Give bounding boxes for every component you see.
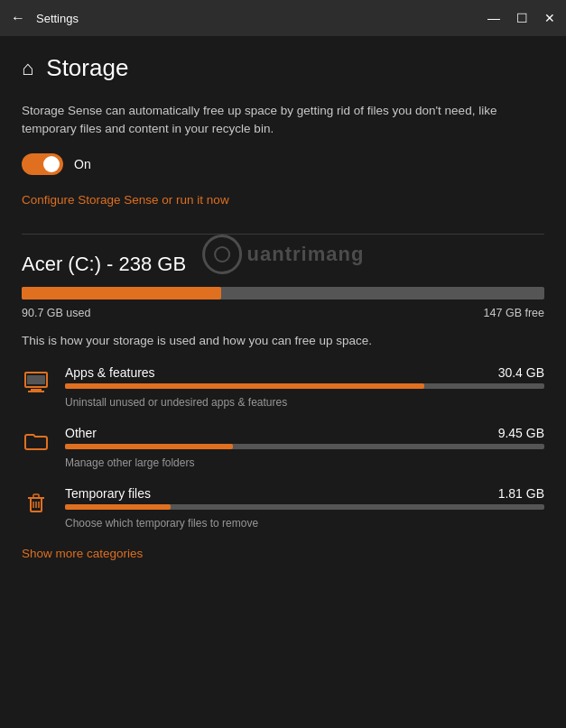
temp-bar-container xyxy=(65,504,544,510)
back-button[interactable]: ← xyxy=(11,10,25,26)
temp-description: Choose which temporary files to remove xyxy=(65,517,258,530)
apps-icon xyxy=(22,367,51,396)
storage-sense-description: Storage Sense can automatically free up … xyxy=(22,102,544,139)
storage-item-apps[interactable]: Apps & features 30.4 GB Uninstall unused… xyxy=(22,365,544,410)
storage-item-temp[interactable]: Temporary files 1.81 GB Choose which tem… xyxy=(22,486,544,530)
svg-rect-2 xyxy=(28,391,44,392)
storage-sense-toggle[interactable] xyxy=(22,153,63,175)
home-icon: ⌂ xyxy=(22,57,33,80)
temp-content: Temporary files 1.81 GB Choose which tem… xyxy=(65,486,544,530)
svg-rect-6 xyxy=(33,494,39,498)
titlebar-controls: — ☐ ✕ xyxy=(487,12,555,24)
show-more-categories-link[interactable]: Show more categories xyxy=(22,547,544,560)
temp-trash-icon xyxy=(22,488,51,517)
other-description: Manage other large folders xyxy=(65,456,194,469)
apps-name: Apps & features xyxy=(65,365,155,380)
minimize-button[interactable]: — xyxy=(487,12,500,24)
other-size: 9.45 GB xyxy=(498,426,544,440)
storage-item-other[interactable]: Other 9.45 GB Manage other large folders xyxy=(22,426,544,470)
storage-sense-toggle-row: On xyxy=(22,153,544,175)
other-name: Other xyxy=(65,426,97,440)
storage-stats: 90.7 GB used 147 GB free xyxy=(22,307,544,319)
temp-header: Temporary files 1.81 GB xyxy=(65,486,544,501)
storage-items-list: Apps & features 30.4 GB Uninstall unused… xyxy=(22,365,544,530)
main-content: ⌂ Storage Storage Sense can automaticall… xyxy=(0,36,566,728)
svg-rect-3 xyxy=(27,375,45,384)
apps-bar-container xyxy=(65,383,544,389)
section-divider-1 xyxy=(22,234,544,235)
apps-size: 30.4 GB xyxy=(498,365,544,380)
storage-bar-container xyxy=(22,287,544,299)
toggle-track xyxy=(22,153,63,175)
storage-info-text: This is how your storage is used and how… xyxy=(22,334,544,347)
other-content: Other 9.45 GB Manage other large folders xyxy=(65,426,544,470)
page-header: ⌂ Storage xyxy=(22,54,544,82)
titlebar-left: ← Settings xyxy=(11,10,79,26)
close-button[interactable]: ✕ xyxy=(544,12,555,24)
storage-used-label: 90.7 GB used xyxy=(22,307,90,319)
storage-bar-used xyxy=(22,287,221,299)
apps-bar xyxy=(65,383,424,389)
titlebar-title: Settings xyxy=(36,12,79,25)
storage-free-label: 147 GB free xyxy=(484,307,544,319)
svg-rect-1 xyxy=(31,389,42,391)
toggle-thumb xyxy=(43,156,60,172)
toggle-label: On xyxy=(74,157,91,171)
other-bar-container xyxy=(65,444,544,449)
temp-name: Temporary files xyxy=(65,486,151,501)
apps-content: Apps & features 30.4 GB Uninstall unused… xyxy=(65,365,544,410)
other-header: Other 9.45 GB xyxy=(65,426,544,440)
other-folder-icon xyxy=(22,428,51,456)
configure-storage-sense-link[interactable]: Configure Storage Sense or run it now xyxy=(22,193,544,207)
drive-title: Acer (C:) - 238 GB xyxy=(22,253,544,276)
apps-description: Uninstall unused or undesired apps & fea… xyxy=(65,396,287,409)
apps-header: Apps & features 30.4 GB xyxy=(65,365,544,380)
page-title: Storage xyxy=(46,54,128,82)
temp-size: 1.81 GB xyxy=(498,486,544,501)
temp-bar xyxy=(65,504,171,510)
maximize-button[interactable]: ☐ xyxy=(516,12,528,24)
other-bar xyxy=(65,444,233,449)
titlebar: ← Settings — ☐ ✕ xyxy=(0,0,566,36)
